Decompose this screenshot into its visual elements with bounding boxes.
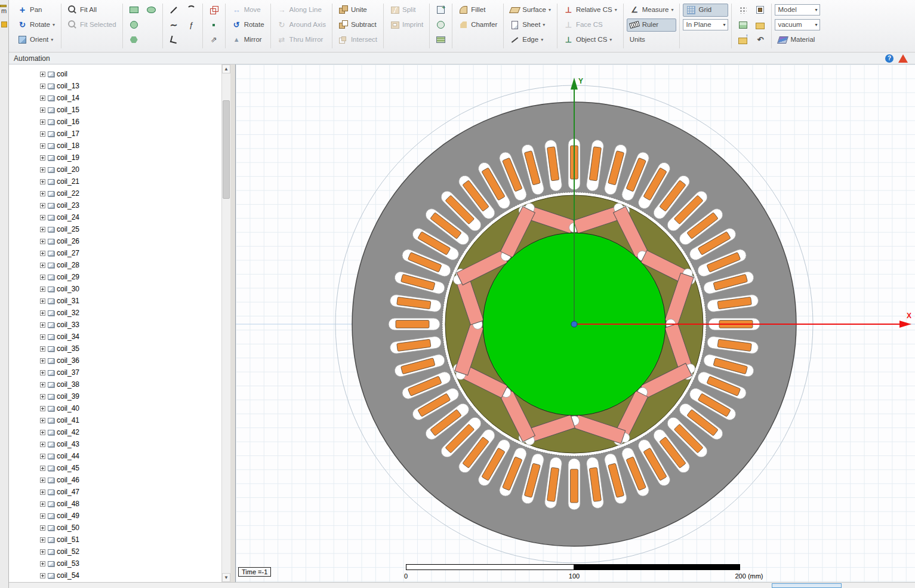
fit-selected-button[interactable]: Fit Selected [64, 19, 119, 32]
tree-item-coil_33[interactable]: coil_33 [9, 319, 221, 331]
expand-icon[interactable] [40, 394, 45, 399]
scroll-up-button[interactable]: ▲ [222, 64, 230, 73]
expand-icon[interactable] [40, 549, 45, 555]
panel-splitter[interactable] [230, 64, 236, 582]
expand-icon[interactable] [40, 454, 45, 459]
expand-icon[interactable] [40, 287, 45, 292]
tree-item-coil_16[interactable]: coil_16 [9, 116, 221, 128]
sheet-button[interactable]: Sheet▾ [507, 19, 554, 32]
clipped-tool-icon[interactable] [0, 5, 7, 7]
expand-icon[interactable] [40, 513, 45, 519]
expand-icon[interactable] [40, 191, 45, 196]
origin-point[interactable] [571, 321, 577, 327]
expand-icon[interactable] [40, 239, 45, 244]
wrap-sheet-button[interactable] [433, 19, 449, 32]
thru-mirror-button[interactable]: Thru Mirror [274, 33, 329, 47]
tree-item-coil_52[interactable]: coil_52 [9, 546, 221, 558]
expand-icon[interactable] [40, 179, 45, 184]
expand-icon[interactable] [40, 478, 45, 483]
tree-item-coil_43[interactable]: coil_43 [9, 438, 221, 450]
tree-item-coil_54[interactable]: coil_54 [9, 569, 221, 581]
model-combo[interactable]: Model▾ [775, 4, 820, 16]
spline-button[interactable] [166, 19, 182, 32]
snap-vertex-button[interactable] [752, 4, 768, 17]
expand-icon[interactable] [40, 358, 45, 364]
box-3d-button[interactable] [206, 4, 222, 17]
chamfer-button[interactable]: Chamfer [455, 19, 500, 32]
tree-item-coil_44[interactable]: coil_44 [9, 450, 221, 462]
snap-grid-button[interactable] [735, 4, 751, 17]
sweep-button[interactable] [206, 33, 222, 47]
expand-icon[interactable] [40, 561, 45, 567]
tree-item-coil_31[interactable]: coil_31 [9, 295, 221, 307]
along-line-button[interactable]: Along Line [274, 4, 329, 17]
tree-item-coil_21[interactable]: coil_21 [9, 176, 221, 187]
tree-item-coil_51[interactable]: coil_51 [9, 534, 221, 546]
tree-item-coil_49[interactable]: coil_49 [9, 510, 221, 522]
tree-item-coil_14[interactable]: coil_14 [9, 92, 221, 104]
expand-icon[interactable] [40, 119, 45, 125]
expand-icon[interactable] [40, 215, 45, 220]
expand-icon[interactable] [40, 490, 45, 495]
tree-item-coil_38[interactable]: coil_38 [9, 378, 221, 390]
tree-item-coil_24[interactable]: coil_24 [9, 211, 221, 223]
expand-icon[interactable] [40, 263, 45, 268]
expand-icon[interactable] [40, 167, 45, 173]
expand-icon[interactable] [40, 430, 45, 435]
rotate-button[interactable]: Rotate [229, 19, 267, 32]
scroll-thumb[interactable] [223, 100, 230, 199]
ruler-button[interactable]: Ruler [627, 19, 677, 32]
expand-icon[interactable] [40, 227, 45, 232]
edge-button[interactable]: Edge▾ [507, 33, 554, 47]
tree-item-coil_50[interactable]: coil_50 [9, 522, 221, 534]
tree-item-coil_23[interactable]: coil_23 [9, 199, 221, 211]
expand-icon[interactable] [40, 537, 45, 543]
expand-icon[interactable] [40, 298, 45, 304]
equation-curve-button[interactable] [183, 19, 199, 32]
scroll-down-button[interactable]: ▼ [222, 573, 230, 582]
expand-icon[interactable] [40, 370, 45, 375]
tree-item-coil_28[interactable]: coil_28 [9, 259, 221, 271]
tree-item-coil_39[interactable]: coil_39 [9, 390, 221, 402]
circle-shape-button[interactable] [126, 19, 142, 32]
intersect-button[interactable]: Intersect [335, 33, 380, 47]
tree-item-coil_13[interactable]: coil_13 [9, 80, 221, 92]
undo-arc-button[interactable] [752, 33, 768, 47]
split-button[interactable]: Split [387, 4, 426, 17]
in-plane-combo[interactable]: In Plane▾ [683, 19, 728, 30]
around-axis-button[interactable]: Around Axis [274, 19, 329, 32]
expand-icon[interactable] [40, 275, 45, 280]
expand-icon[interactable] [40, 418, 45, 423]
expand-icon[interactable] [40, 310, 45, 316]
help-icon[interactable]: ? [885, 54, 894, 63]
fillet-button[interactable]: Fillet [455, 4, 500, 17]
orient-button[interactable]: Orient▾ [14, 33, 58, 47]
expand-icon[interactable] [40, 406, 45, 411]
point-button[interactable] [206, 19, 222, 32]
tree-item-coil_22[interactable]: coil_22 [9, 187, 221, 199]
expand-icon[interactable] [40, 322, 45, 328]
expand-icon[interactable] [40, 143, 45, 149]
tree-item-coil_17[interactable]: coil_17 [9, 128, 221, 140]
expand-icon[interactable] [40, 382, 45, 387]
tree-item-coil_37[interactable]: coil_37 [9, 367, 221, 378]
measure-button[interactable]: Measure▾ [627, 4, 677, 17]
tree-item-coil_32[interactable]: coil_32 [9, 307, 221, 319]
tree-item-coil_19[interactable]: coil_19 [9, 152, 221, 164]
clipped-tool-icon-2[interactable] [1, 21, 7, 27]
expand-icon[interactable] [40, 573, 45, 578]
folder-up-button[interactable] [735, 33, 751, 47]
tree-item-coil_48[interactable]: coil_48 [9, 498, 221, 510]
expand-icon[interactable] [40, 442, 45, 447]
expand-icon[interactable] [40, 203, 45, 208]
expand-icon[interactable] [40, 346, 45, 352]
tree-item-coil_34[interactable]: coil_34 [9, 331, 221, 343]
tree-item-coil_42[interactable]: coil_42 [9, 426, 221, 438]
expand-icon[interactable] [40, 501, 45, 507]
imprint-button[interactable]: Imprint [387, 19, 426, 32]
expand-icon[interactable] [40, 131, 45, 137]
mirror-button[interactable]: Mirror [229, 33, 267, 47]
table-button[interactable] [735, 19, 751, 32]
expand-icon[interactable] [40, 107, 45, 113]
tree-item-coil_35[interactable]: coil_35 [9, 343, 221, 355]
